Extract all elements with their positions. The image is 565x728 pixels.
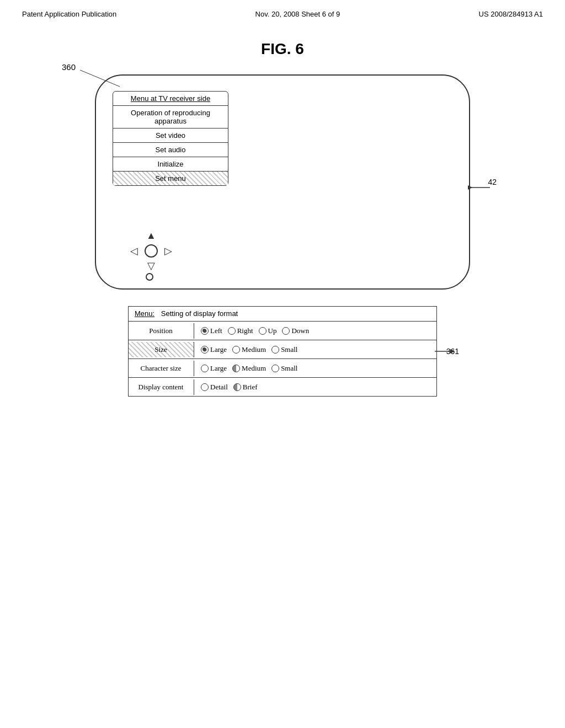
settings-row-display: Display content Detail Brief xyxy=(128,378,437,397)
settings-title: Setting of display format xyxy=(161,309,238,318)
arrow-42-line xyxy=(468,183,495,194)
radio-right-icon xyxy=(228,327,236,335)
radio-up-label: Up xyxy=(268,326,277,335)
menu-item-tv-receiver: Menu at TV receiver side xyxy=(113,92,228,106)
menu-item-operation: Operation of reproducing apparatus xyxy=(113,106,228,129)
figure-title: FIG. 6 xyxy=(0,40,565,58)
tv-screen: Menu at TV receiver side Operation of re… xyxy=(95,74,470,290)
radio-size-large-label: Large xyxy=(210,345,227,354)
menu-item-set-menu: Set menu xyxy=(113,172,228,185)
menu-box: Menu at TV receiver side Operation of re… xyxy=(113,91,228,186)
header-center: Nov. 20, 2008 Sheet 6 of 9 xyxy=(255,10,340,18)
radio-char-large-label: Large xyxy=(210,364,227,373)
row-options-charsize: Large Medium Small xyxy=(194,361,304,376)
dpad-down-arrow: ▽ xyxy=(147,260,155,272)
row-label-position: Position xyxy=(128,323,194,339)
radio-left-label: Left xyxy=(210,326,222,335)
radio-size-small-label: Small xyxy=(281,345,297,354)
radio-right-label: Right xyxy=(237,326,253,335)
settings-header: Menu: Setting of display format xyxy=(128,306,437,322)
menu-item-initialize: Initialize xyxy=(113,157,228,172)
radio-down: Down xyxy=(282,326,309,335)
radio-char-large: Large xyxy=(201,364,227,373)
radio-char-small-icon xyxy=(271,365,279,372)
radio-detail-label: Detail xyxy=(210,383,228,392)
dpad: ▲ ▽ ◁ ▷ xyxy=(129,229,173,273)
svg-marker-1 xyxy=(468,185,472,190)
row-options-size: Large Medium Small xyxy=(194,342,304,357)
svg-line-2 xyxy=(80,70,120,87)
radio-down-icon xyxy=(282,327,290,335)
radio-brief-icon xyxy=(233,383,241,391)
header-right: US 2008/284913 A1 xyxy=(479,10,543,18)
menu-item-set-video: Set video xyxy=(113,129,228,143)
dpad-right-arrow: ▷ xyxy=(164,245,172,257)
radio-down-label: Down xyxy=(291,326,309,335)
radio-up: Up xyxy=(259,326,277,335)
svg-marker-4 xyxy=(450,349,455,354)
row-label-size: Size xyxy=(128,342,194,357)
callout-360 xyxy=(65,65,131,92)
row-options-position: Left Right Up Down xyxy=(194,323,316,339)
menu-item-set-audio: Set audio xyxy=(113,143,228,157)
row-label-charsize: Character size xyxy=(128,361,194,376)
header-left: Patent Application Publication xyxy=(22,10,116,18)
radio-left-icon xyxy=(201,327,209,335)
radio-char-small: Small xyxy=(271,364,297,373)
radio-size-medium: Medium xyxy=(232,345,266,354)
row-options-display: Detail Brief xyxy=(194,379,264,395)
dpad-left-arrow: ◁ xyxy=(130,245,138,257)
dpad-small-circle xyxy=(146,273,153,281)
row-label-display: Display content xyxy=(128,379,194,395)
radio-size-medium-icon xyxy=(232,346,240,354)
radio-up-icon xyxy=(259,327,266,335)
radio-char-medium-icon xyxy=(232,365,240,372)
settings-container: Menu: Setting of display format Position… xyxy=(128,306,437,397)
radio-char-small-label: Small xyxy=(281,364,297,373)
radio-char-medium: Medium xyxy=(232,364,266,373)
settings-row-charsize: Character size Large Medium Small xyxy=(128,359,437,378)
dpad-center xyxy=(145,244,158,258)
patent-header: Patent Application Publication Nov. 20, … xyxy=(0,0,565,18)
dpad-up-arrow: ▲ xyxy=(146,230,156,242)
radio-char-large-icon xyxy=(201,365,209,372)
diagram-area: 360 Menu at TV receiver side Operation o… xyxy=(45,74,520,397)
settings-menu-label: Menu: xyxy=(135,309,154,318)
radio-char-medium-label: Medium xyxy=(242,364,266,373)
radio-size-large-icon xyxy=(201,346,209,354)
radio-size-medium-label: Medium xyxy=(242,345,266,354)
arrow-361 xyxy=(435,346,455,357)
radio-brief-label: Brief xyxy=(243,383,258,392)
radio-detail: Detail xyxy=(201,383,228,392)
radio-size-small: Small xyxy=(271,345,297,354)
radio-brief: Brief xyxy=(233,383,258,392)
settings-row-size: Size Large Medium Small xyxy=(128,340,437,359)
radio-size-large: Large xyxy=(201,345,227,354)
radio-detail-icon xyxy=(201,383,209,391)
radio-right: Right xyxy=(228,326,253,335)
settings-row-position: Position Left Right Up Down xyxy=(128,322,437,340)
radio-left: Left xyxy=(201,326,222,335)
radio-size-small-icon xyxy=(271,346,279,354)
